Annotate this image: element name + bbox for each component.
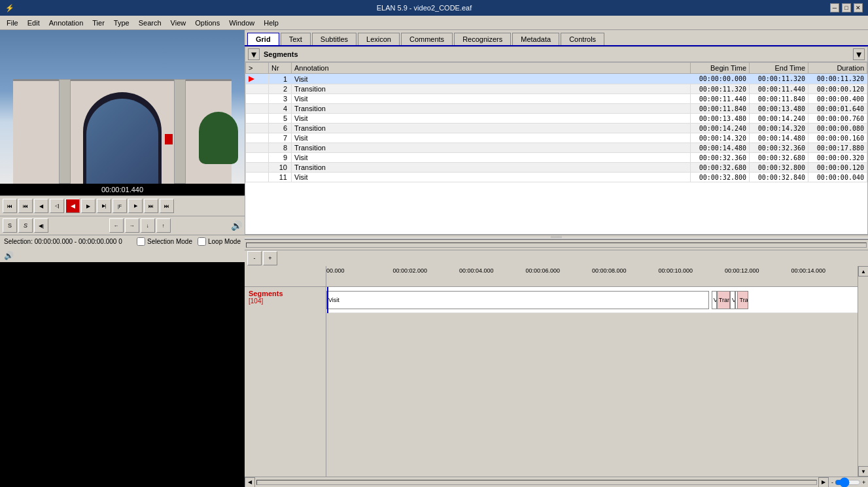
table-row[interactable]: 6Transition00:00:14.24000:00:14.32000:00… bbox=[246, 124, 867, 133]
table-row[interactable]: 11Visit00:00:32.80000:00:32.84000:00:00.… bbox=[246, 173, 867, 182]
zoom-slider[interactable] bbox=[835, 477, 861, 488]
tab-lexicon[interactable]: Lexicon bbox=[358, 33, 400, 45]
row-begin-time: 00:00:32.800 bbox=[691, 173, 750, 182]
timeline-segment-visit[interactable]: Visit bbox=[712, 291, 717, 309]
row-begin-time: 00:00:32.360 bbox=[691, 153, 750, 163]
timeline-segment-transition[interactable]: Transition bbox=[717, 291, 730, 309]
scroll-up-button[interactable]: ▲ bbox=[858, 266, 868, 277]
row-annotation: Transition bbox=[292, 104, 691, 114]
tab-text[interactable]: Text bbox=[281, 33, 311, 45]
menu-item-annotation[interactable]: Annotation bbox=[45, 18, 88, 28]
frame-fwd-button[interactable]: |F bbox=[113, 199, 127, 213]
play-button[interactable]: ▶ bbox=[81, 199, 95, 213]
row-begin-time: 00:00:11.440 bbox=[691, 94, 750, 104]
menu-item-file[interactable]: File bbox=[3, 18, 22, 28]
table-row[interactable]: 4Transition00:00:11.84000:00:13.48000:00… bbox=[246, 104, 867, 114]
arrow-down-button[interactable]: ↓ bbox=[141, 218, 155, 233]
menu-item-search[interactable]: Search bbox=[135, 18, 165, 28]
row-duration: 00:00:00.320 bbox=[808, 153, 867, 163]
arrow-right-button[interactable]: → bbox=[125, 218, 139, 233]
tab-metadata[interactable]: Metadata bbox=[512, 33, 559, 45]
row-nr: 5 bbox=[269, 114, 292, 124]
table-row[interactable]: 10Transition00:00:32.68000:00:32.80000:0… bbox=[246, 163, 867, 173]
play-selection-button[interactable]: ◀ bbox=[65, 199, 80, 213]
vertical-scrollbar[interactable]: ▲ ▼ bbox=[858, 266, 868, 477]
table-row[interactable]: 5Visit00:00:13.48000:00:14.24000:00:00.7… bbox=[246, 114, 867, 124]
segments-expand-button[interactable]: ▼ bbox=[853, 48, 865, 60]
row-duration: 00:00:00.400 bbox=[808, 94, 867, 104]
menu-item-type[interactable]: Type bbox=[110, 18, 133, 28]
menu-item-edit[interactable]: Edit bbox=[24, 18, 44, 28]
next-annot-button[interactable]: ⏭ bbox=[144, 199, 158, 213]
row-begin-time: 00:00:11.320 bbox=[691, 84, 750, 94]
selection-text: Selection: 00:00:00.000 - 00:00:00.000 0 bbox=[4, 238, 122, 245]
jump-start-button[interactable]: ◀| bbox=[34, 218, 48, 233]
menu-item-window[interactable]: Window bbox=[225, 18, 258, 28]
row-annotation: Transition bbox=[292, 143, 691, 153]
maximize-button[interactable]: □ bbox=[842, 3, 851, 12]
frame-back-button[interactable]: ◁| bbox=[50, 199, 64, 213]
tab-grid[interactable]: Grid bbox=[247, 33, 279, 45]
scroll-left-button[interactable]: ◀ bbox=[245, 477, 255, 488]
segments-dropdown-button[interactable]: ▼ bbox=[248, 48, 260, 60]
row-begin-time: 00:00:00.000 bbox=[691, 74, 750, 84]
table-row[interactable]: 9Visit00:00:32.36000:00:32.68000:00:00.3… bbox=[246, 153, 867, 163]
scroll-down-button[interactable]: ▼ bbox=[858, 466, 868, 477]
menu-item-tier[interactable]: Tier bbox=[88, 18, 109, 28]
selection-mode-label[interactable]: Selection Mode bbox=[137, 237, 192, 246]
timeline-segment-visit[interactable]: Visit bbox=[326, 291, 709, 309]
segments-title: Segments bbox=[264, 50, 853, 58]
tl-zoom-out-button[interactable]: - bbox=[247, 251, 262, 265]
prev-frame-button[interactable]: ◀ bbox=[34, 199, 48, 213]
tab-recognizers[interactable]: Recognizers bbox=[454, 33, 511, 45]
scroll-right-button[interactable]: ▶ bbox=[818, 477, 829, 488]
play-step-button[interactable]: ▶| bbox=[97, 199, 111, 213]
row-nr: 11 bbox=[269, 173, 292, 182]
minimize-button[interactable]: ─ bbox=[830, 3, 839, 12]
menu-item-view[interactable]: View bbox=[167, 18, 190, 28]
timeline-scrollbar[interactable] bbox=[245, 240, 868, 250]
close-button[interactable]: ✕ bbox=[854, 3, 863, 12]
volume-button[interactable]: 🔊 bbox=[4, 251, 14, 260]
row-annotation: Transition bbox=[292, 163, 691, 173]
selection-mode-checkbox[interactable] bbox=[137, 237, 145, 246]
go-to-begin-annot-button[interactable]: ⏮ bbox=[18, 199, 33, 213]
timeline-segment-visit[interactable]: Visit bbox=[730, 291, 735, 309]
timeline-segment-transition[interactable]: Transition bbox=[737, 291, 748, 309]
tab-controls[interactable]: Controls bbox=[561, 33, 604, 45]
select-annot2-button[interactable]: S bbox=[18, 218, 33, 233]
row-indicator bbox=[246, 124, 269, 133]
horizontal-scrollbar[interactable]: ◀ ▶ - + bbox=[245, 477, 868, 487]
table-row[interactable]: 3Visit00:00:11.44000:00:11.84000:00:00.4… bbox=[246, 94, 867, 104]
volume-icon[interactable]: 🔊 bbox=[231, 220, 242, 231]
row-duration: 00:00:00.040 bbox=[808, 173, 867, 182]
table-row[interactable]: 2Transition00:00:11.32000:00:11.44000:00… bbox=[246, 84, 867, 94]
row-duration: 00:00:17.880 bbox=[808, 143, 867, 153]
transport-controls: ⏮ ⏮ ◀ ◁| ◀ ▶ ▶| |F ▶ ⏭ ⏭ bbox=[0, 195, 245, 216]
arrow-up-button[interactable]: ↑ bbox=[156, 218, 171, 233]
zoom-in-icon: + bbox=[862, 479, 865, 486]
arrow-left-button[interactable]: ← bbox=[109, 218, 124, 233]
video-timestamp: 00:00:01.440 bbox=[0, 184, 245, 195]
row-nr: 2 bbox=[269, 84, 292, 94]
tab-subtitles[interactable]: Subtitles bbox=[312, 33, 356, 45]
go-to-begin-button[interactable]: ⏮ bbox=[3, 199, 17, 213]
left-panel: 00:00:01.440 ⏮ ⏮ ◀ ◁| ◀ ▶ ▶| |F ▶ ⏭ ⏭ S … bbox=[0, 30, 245, 487]
row-indicator bbox=[246, 143, 269, 153]
menu-item-help[interactable]: Help bbox=[260, 18, 283, 28]
annotation-table[interactable]: > Nr Annotation Begin Time End Time Dura… bbox=[245, 62, 867, 234]
table-row[interactable]: 8Transition00:00:14.48000:00:32.36000:00… bbox=[246, 143, 867, 153]
table-row[interactable]: 7Visit00:00:14.32000:00:14.48000:00:00.1… bbox=[246, 133, 867, 143]
menu-item-options[interactable]: Options bbox=[191, 18, 224, 28]
loop-mode-label[interactable]: Loop Mode bbox=[198, 237, 241, 246]
row-end-time: 00:00:11.320 bbox=[750, 74, 808, 84]
tl-zoom-in-button[interactable]: + bbox=[263, 251, 277, 265]
time-tick-label: 00:00:08.000 bbox=[592, 267, 627, 274]
row-duration: 00:00:01.640 bbox=[808, 104, 867, 114]
tab-comments[interactable]: Comments bbox=[401, 33, 453, 45]
select-annot-button[interactable]: S bbox=[3, 218, 17, 233]
loop-mode-checkbox[interactable] bbox=[198, 237, 206, 246]
go-to-end-button[interactable]: ⏭ bbox=[160, 199, 174, 213]
next-frame-button[interactable]: ▶ bbox=[128, 199, 143, 213]
table-row[interactable]: ▶1Visit00:00:00.00000:00:11.32000:00:11.… bbox=[246, 74, 867, 84]
